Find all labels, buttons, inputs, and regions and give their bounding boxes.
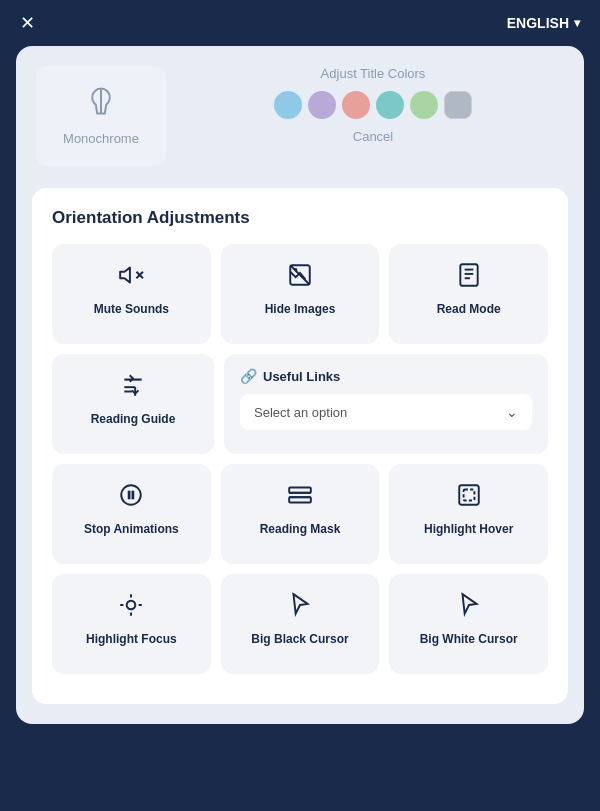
- svg-point-19: [127, 601, 136, 610]
- big-black-cursor-label: Big Black Cursor: [251, 632, 348, 648]
- swatch-blue[interactable]: [274, 91, 302, 119]
- highlight-focus-icon: [118, 592, 144, 622]
- swatch-purple[interactable]: [308, 91, 336, 119]
- main-panel: Monochrome Adjust Title Colors Cancel Or…: [16, 46, 584, 724]
- svg-rect-17: [459, 485, 479, 505]
- svg-rect-12: [132, 491, 135, 500]
- widget-container: ✕ ENGLISH ▾ Monochrome Adjust Title Colo…: [0, 0, 600, 811]
- row-4: Highlight Focus Big Black Cursor: [52, 574, 548, 674]
- svg-rect-11: [128, 491, 131, 500]
- highlight-focus-card[interactable]: Highlight Focus: [52, 574, 211, 674]
- reading-guide-label: Reading Guide: [91, 412, 176, 428]
- reading-guide-icon: [120, 372, 146, 402]
- row-1: Mute Sounds Hide Images: [52, 244, 548, 344]
- reading-mask-icon: [287, 482, 313, 512]
- hide-images-icon: [287, 262, 313, 292]
- swatch-green[interactable]: [410, 91, 438, 119]
- hide-images-card[interactable]: Hide Images: [221, 244, 380, 344]
- stop-animations-icon: [118, 482, 144, 512]
- adjust-title: Adjust Title Colors: [321, 66, 426, 81]
- color-swatches: [274, 91, 472, 119]
- svg-rect-18: [463, 490, 474, 501]
- link-icon: 🔗: [240, 368, 257, 384]
- highlight-hover-icon: [456, 482, 482, 512]
- highlight-hover-label: Highlight Hover: [424, 522, 513, 538]
- language-label: ENGLISH: [507, 15, 569, 31]
- useful-links-header: 🔗 Useful Links: [240, 368, 532, 384]
- big-black-cursor-icon: [287, 592, 313, 622]
- read-mode-icon: [456, 262, 482, 292]
- useful-links-card: 🔗 Useful Links Select an option ⌄: [224, 354, 548, 454]
- stop-animations-card[interactable]: Stop Animations: [52, 464, 211, 564]
- read-mode-card[interactable]: Read Mode: [389, 244, 548, 344]
- swatch-teal[interactable]: [376, 91, 404, 119]
- monochrome-label: Monochrome: [63, 131, 139, 146]
- top-bar: ✕ ENGLISH ▾: [0, 0, 600, 46]
- big-white-cursor-label: Big White Cursor: [420, 632, 518, 648]
- swatch-gray[interactable]: [444, 91, 472, 119]
- big-black-cursor-card[interactable]: Big Black Cursor: [221, 574, 380, 674]
- big-white-cursor-card[interactable]: Big White Cursor: [389, 574, 548, 674]
- top-section: Monochrome Adjust Title Colors Cancel: [16, 46, 584, 176]
- row-3: Stop Animations Reading Mask: [52, 464, 548, 564]
- useful-links-dropdown[interactable]: Select an option ⌄: [240, 394, 532, 430]
- useful-links-title: Useful Links: [263, 369, 340, 384]
- cancel-button[interactable]: Cancel: [353, 129, 393, 144]
- big-white-cursor-icon: [456, 592, 482, 622]
- mute-sounds-icon: [118, 262, 144, 292]
- stop-animations-label: Stop Animations: [84, 522, 179, 538]
- orientation-title: Orientation Adjustments: [52, 208, 548, 228]
- highlight-hover-card[interactable]: Highlight Hover: [389, 464, 548, 564]
- row-2: Reading Guide 🔗 Useful Links Select an o…: [52, 354, 548, 454]
- language-button[interactable]: ENGLISH ▾: [507, 15, 580, 31]
- hide-images-label: Hide Images: [265, 302, 336, 318]
- svg-point-10: [122, 485, 142, 505]
- dropdown-chevron-icon: ⌄: [506, 404, 518, 420]
- color-section: Adjust Title Colors Cancel: [182, 66, 564, 166]
- reading-mask-label: Reading Mask: [260, 522, 341, 538]
- monochrome-icon: [86, 86, 116, 123]
- language-chevron-icon: ▾: [574, 16, 580, 30]
- mute-sounds-card[interactable]: Mute Sounds: [52, 244, 211, 344]
- reading-mask-card[interactable]: Reading Mask: [221, 464, 380, 564]
- swatch-red[interactable]: [342, 91, 370, 119]
- dropdown-placeholder: Select an option: [254, 405, 347, 420]
- card-grid-area: Orientation Adjustments Mute Sounds: [32, 188, 568, 704]
- highlight-focus-label: Highlight Focus: [86, 632, 177, 648]
- reading-guide-card[interactable]: Reading Guide: [52, 354, 214, 454]
- monochrome-card[interactable]: Monochrome: [36, 66, 166, 166]
- read-mode-label: Read Mode: [437, 302, 501, 318]
- svg-rect-6: [460, 264, 477, 286]
- close-button[interactable]: ✕: [20, 14, 35, 32]
- mute-sounds-label: Mute Sounds: [94, 302, 169, 318]
